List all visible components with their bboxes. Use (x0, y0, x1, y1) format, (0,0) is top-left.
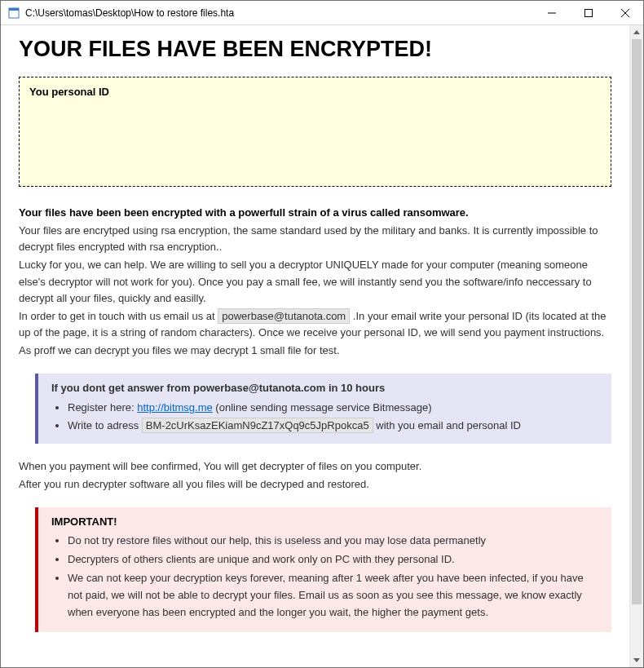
list-item: Register here: http://bitmsg.me (online … (68, 399, 600, 416)
hta-window: C:\Users\tomas\Desktop\How to restore fi… (0, 0, 644, 668)
scroll-up-arrow[interactable] (630, 25, 643, 39)
after-payment-1: When you payment will bee confirmed, You… (19, 458, 611, 475)
vertical-scrollbar[interactable] (629, 25, 643, 667)
scroll-down-arrow[interactable] (630, 653, 643, 667)
svg-marker-6 (633, 30, 640, 34)
personal-id-label: You personal ID (29, 86, 601, 98)
minimize-button[interactable] (533, 1, 570, 25)
no-answer-heading: If you dont get answer from powerbase@tu… (51, 382, 600, 394)
titlebar[interactable]: C:\Users\tomas\Desktop\How to restore fi… (1, 1, 643, 25)
personal-id-box: You personal ID (19, 77, 611, 187)
after-payment-2: After you run decrypter software all you… (19, 476, 611, 493)
list-item: Do not try restore files without our hel… (68, 533, 600, 550)
paragraph-2: Lucky for you, we can help. We are willi… (19, 257, 611, 306)
important-list: Do not try restore files without our hel… (51, 533, 600, 621)
para3-a: In order to get in touch with us email u… (19, 310, 218, 322)
important-heading: IMPORTANT! (51, 515, 600, 528)
no-answer-list: Register here: http://bitmsg.me (online … (51, 399, 600, 434)
register-prefix: Register here: (68, 401, 137, 414)
primary-email: powerbase@tutanota.com (218, 308, 350, 324)
intro-bold: Your files have been been encrypted with… (19, 205, 611, 221)
register-suffix: (online sending message service Bitmessa… (213, 401, 432, 414)
scroll-track[interactable] (630, 39, 643, 653)
important-box: IMPORTANT! Do not try restore files with… (35, 507, 611, 632)
list-item: Decrypters of others clients are unique … (68, 551, 600, 568)
paragraph-3: In order to get in touch with us email u… (19, 308, 611, 341)
paragraph-1: Your files are encrytped using rsa encry… (19, 223, 611, 255)
paragraph-4: As proff we can decrypt you files we may… (19, 343, 611, 359)
page-content: YOUR FILES HAVE BEEN ENCRYPTED! You pers… (1, 25, 629, 667)
bitmsg-link[interactable]: http://bitmsg.me (137, 401, 212, 414)
app-icon (7, 7, 20, 20)
svg-rect-3 (584, 9, 592, 16)
write-suffix: with you email and personal ID (373, 419, 521, 431)
close-button[interactable] (607, 1, 643, 25)
svg-marker-7 (633, 658, 640, 662)
content-wrap: YOUR FILES HAVE BEEN ENCRYPTED! You pers… (1, 25, 643, 667)
write-prefix: Write to adress (68, 419, 142, 431)
bitmessage-address: BM-2cUrKsazEKiamN9cZ17xQq9c5JpRpokca5 (142, 418, 373, 433)
list-item: Write to adress BM-2cUrKsazEKiamN9cZ17xQ… (68, 417, 600, 434)
svg-rect-1 (9, 8, 19, 11)
window-controls (533, 1, 643, 25)
no-answer-box: If you dont get answer from powerbase@tu… (35, 374, 611, 444)
list-item: We can not keep your decryption keys for… (68, 570, 600, 621)
scroll-thumb[interactable] (632, 39, 642, 604)
maximize-button[interactable] (570, 1, 607, 25)
page-title: YOUR FILES HAVE BEEN ENCRYPTED! (19, 37, 611, 62)
window-title: C:\Users\tomas\Desktop\How to restore fi… (25, 7, 533, 19)
